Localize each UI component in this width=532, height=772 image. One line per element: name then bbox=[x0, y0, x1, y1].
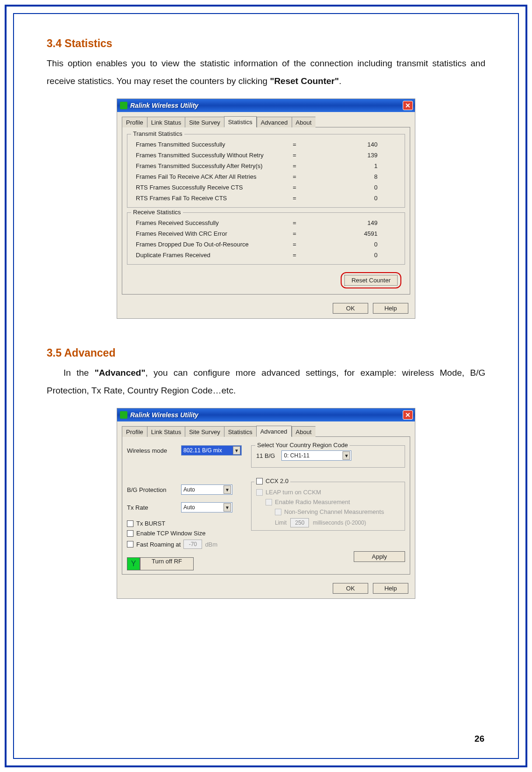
stat-row: RTS Frames Fail To Receive CTS=0 bbox=[133, 193, 399, 204]
groupbox-title-transmit: Transmit Statistics bbox=[131, 130, 184, 137]
screenshot-statistics-window: Ralink Wireless Utility ✕ Profile Link S… bbox=[117, 98, 415, 319]
tx-rate-label: Tx Rate bbox=[127, 504, 175, 511]
section-heading-statistics: 3.4 Statistics bbox=[47, 37, 485, 50]
equals-sign: = bbox=[266, 195, 322, 202]
limit-unit: milliseconds (0-2000) bbox=[313, 519, 366, 526]
tx-rate-select[interactable]: Auto ▼ bbox=[181, 502, 232, 512]
section-body-statistics: This option enables you to view the stat… bbox=[47, 55, 485, 90]
help-button[interactable]: Help bbox=[373, 303, 408, 314]
tab-link-status[interactable]: Link Status bbox=[147, 117, 185, 127]
checkbox-box bbox=[127, 520, 133, 527]
stat-label: Frames Fail To Receive ACK After All Ret… bbox=[136, 173, 266, 180]
tab-statistics[interactable]: Statistics bbox=[224, 116, 257, 127]
stat-value: 140 bbox=[322, 141, 396, 148]
limit-value: 250 bbox=[290, 518, 309, 527]
ok-button[interactable]: OK bbox=[333, 583, 368, 594]
stat-value: 139 bbox=[322, 152, 396, 159]
reset-button-row: Reset Counter bbox=[127, 269, 405, 290]
app-icon bbox=[120, 411, 127, 419]
tab-site-survey[interactable]: Site Survey bbox=[185, 117, 224, 127]
chevron-down-icon: ▼ bbox=[233, 446, 240, 455]
rf-antenna-icon: Y bbox=[127, 557, 140, 570]
apply-button[interactable]: Apply bbox=[354, 551, 405, 562]
ok-button[interactable]: OK bbox=[333, 303, 368, 314]
tab-advanced[interactable]: Advanced bbox=[256, 426, 292, 437]
tab-profile[interactable]: Profile bbox=[122, 117, 147, 127]
country-region-group: Select Your Country Region Code 11 B/G 0… bbox=[251, 445, 405, 468]
tab-strip: Profile Link Status Site Survey Statisti… bbox=[117, 112, 415, 127]
stat-label: Frames Transmitted Successfully Without … bbox=[136, 152, 266, 159]
stat-row: Frames Received Successfully=149 bbox=[133, 218, 399, 228]
equals-sign: = bbox=[266, 184, 322, 191]
stat-row: Frames Transmitted Successfully After Re… bbox=[133, 161, 399, 171]
wireless-mode-select[interactable]: 802.11 B/G mix ▼ bbox=[181, 445, 242, 456]
tab-advanced[interactable]: Advanced bbox=[257, 117, 292, 127]
checkbox-label: Tx BURST bbox=[136, 520, 165, 527]
tcp-window-checkbox[interactable]: Enable TCP Window Size bbox=[127, 530, 244, 537]
checkbox-label: Enable Radio Measurement bbox=[275, 498, 350, 505]
fast-roaming-unit: dBm bbox=[205, 541, 217, 548]
ccx-label: CCX 2.0 bbox=[266, 477, 288, 484]
help-button[interactable]: Help bbox=[373, 583, 408, 594]
groupbox-transmit: Transmit Statistics Frames Transmitted S… bbox=[127, 134, 405, 208]
checkbox-box bbox=[127, 541, 133, 547]
select-value: Auto bbox=[183, 486, 195, 493]
text-fragment: In the bbox=[63, 368, 95, 378]
stat-value: 149 bbox=[322, 219, 396, 226]
checkbox-box bbox=[266, 499, 272, 505]
fast-roaming-value: -70 bbox=[183, 540, 202, 549]
non-serving-checkbox: Non-Serving Channel Measurements bbox=[256, 508, 400, 515]
groupbox-receive: Receive Statistics Frames Received Succe… bbox=[127, 212, 405, 265]
reset-counter-button[interactable]: Reset Counter bbox=[344, 275, 398, 286]
equals-sign: = bbox=[266, 230, 322, 237]
page-number: 26 bbox=[475, 734, 484, 744]
tx-burst-checkbox[interactable]: Tx BURST bbox=[127, 520, 244, 527]
stat-value: 0 bbox=[322, 184, 396, 191]
ccx-checkbox-box[interactable] bbox=[256, 478, 263, 484]
equals-sign: = bbox=[266, 219, 322, 226]
page-outer-border: 3.4 Statistics This option enables you t… bbox=[5, 5, 527, 767]
chevron-down-icon: ▼ bbox=[224, 485, 231, 494]
dialog-button-row: OK Help bbox=[117, 299, 415, 318]
stat-value: 1 bbox=[322, 162, 396, 169]
text-fragment: . bbox=[339, 76, 341, 86]
tab-about[interactable]: About bbox=[292, 117, 315, 127]
stat-row: Duplicate Frames Received=0 bbox=[133, 250, 399, 260]
stat-row: Frames Dropped Due To Out-of-Resource=0 bbox=[133, 239, 399, 250]
stat-value: 4591 bbox=[322, 230, 396, 237]
close-icon: ✕ bbox=[405, 411, 411, 419]
checkbox-label: Enable TCP Window Size bbox=[136, 530, 205, 537]
stat-value: 0 bbox=[322, 252, 396, 259]
stat-label: Frames Transmitted Successfully bbox=[136, 141, 266, 148]
tab-site-survey[interactable]: Site Survey bbox=[185, 426, 224, 437]
stat-label: Frames Transmitted Successfully After Re… bbox=[136, 162, 266, 169]
country-region-select[interactable]: 0: CH1-11 ▼ bbox=[281, 450, 351, 461]
bold-reset-counter: "Reset Counter" bbox=[270, 76, 339, 86]
bg-protection-select[interactable]: Auto ▼ bbox=[181, 484, 232, 495]
tab-link-status[interactable]: Link Status bbox=[147, 426, 185, 437]
limit-row: Limit 250 milliseconds (0-2000) bbox=[256, 518, 400, 527]
stat-label: Frames Dropped Due To Out-of-Resource bbox=[136, 241, 266, 248]
checkbox-box bbox=[127, 530, 133, 537]
stat-row: RTS Frames Successfully Receive CTS=0 bbox=[133, 182, 399, 193]
tab-statistics[interactable]: Statistics bbox=[224, 426, 256, 437]
fast-roaming-checkbox[interactable]: Fast Roaming at -70 dBm bbox=[127, 540, 244, 549]
close-icon: ✕ bbox=[405, 102, 411, 109]
turn-off-rf-button[interactable]: Turn off RF bbox=[140, 557, 194, 570]
equals-sign: = bbox=[266, 173, 322, 180]
checkbox-box bbox=[275, 509, 281, 515]
equals-sign: = bbox=[266, 152, 322, 159]
chevron-down-icon: ▼ bbox=[224, 503, 231, 512]
groupbox-title-receive: Receive Statistics bbox=[131, 209, 183, 216]
tab-profile[interactable]: Profile bbox=[122, 426, 147, 437]
equals-sign: = bbox=[266, 141, 322, 148]
tab-about[interactable]: About bbox=[292, 426, 315, 437]
select-value: 0: CH1-11 bbox=[284, 452, 309, 459]
close-button[interactable]: ✕ bbox=[403, 101, 413, 110]
titlebar: Ralink Wireless Utility ✕ bbox=[117, 99, 415, 112]
checkbox-box bbox=[256, 489, 263, 496]
close-button[interactable]: ✕ bbox=[403, 410, 413, 420]
equals-sign: = bbox=[266, 252, 322, 259]
radio-measurement-checkbox: Enable Radio Measurement bbox=[256, 498, 400, 505]
tab-panel-statistics: Transmit Statistics Frames Transmitted S… bbox=[122, 127, 410, 295]
